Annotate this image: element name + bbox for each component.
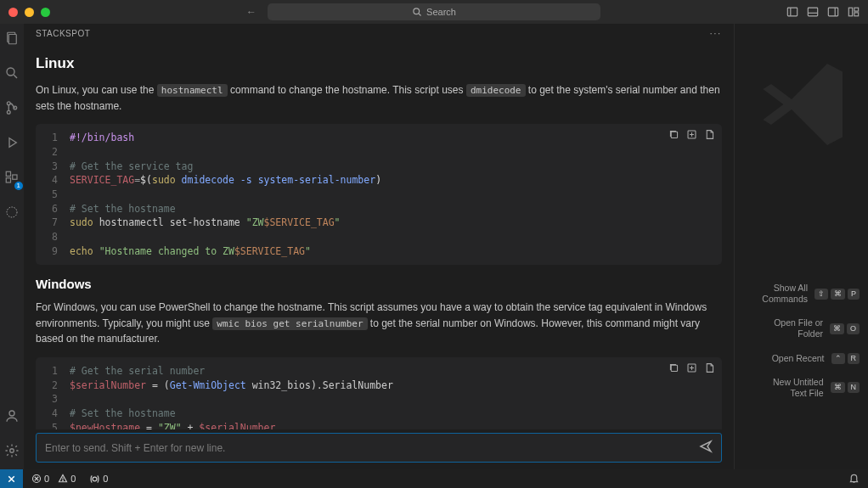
problems-warnings[interactable]: 0 (58, 474, 76, 484)
code-line: 1# Get the serial number (36, 364, 722, 379)
minimize-window-button[interactable] (25, 8, 34, 17)
svg-marker-18 (9, 138, 16, 148)
keycap: N (848, 382, 860, 393)
code-line: 7sudo hostnamectl set-hostname "ZW$SERVI… (36, 216, 722, 230)
code-line: 4# Set the hostname (36, 407, 722, 421)
code-line: 2 (36, 145, 722, 160)
svg-point-37 (63, 480, 64, 481)
extensions-badge: 1 (14, 182, 23, 190)
accounts-tab[interactable] (4, 408, 20, 426)
svg-point-23 (9, 411, 14, 416)
code-line: 2$serialNumber = (Get-WmiObject win32_bi… (36, 379, 722, 393)
svg-point-15 (7, 102, 10, 105)
nav-back-icon[interactable]: ← (246, 6, 256, 18)
svg-line-14 (14, 75, 17, 78)
status-bar: 0 0 0 (0, 469, 868, 488)
keycap: ⇧ (814, 289, 828, 300)
source-control-tab[interactable] (4, 100, 20, 118)
close-window-button[interactable] (8, 8, 18, 17)
svg-rect-21 (13, 175, 17, 179)
command-center-search[interactable]: Search (268, 3, 600, 20)
code-line: 5 (36, 188, 722, 202)
paragraph-linux: On Linux, you can use the hostnamectl co… (36, 82, 722, 114)
shortcut-label: Open File or Folder (755, 317, 823, 339)
explorer-tab[interactable] (4, 31, 20, 48)
vscode-watermark-icon (751, 53, 853, 177)
layout-sidebar-right-icon[interactable] (827, 6, 839, 18)
copy-code-icon[interactable] (668, 129, 679, 140)
shortcut-row[interactable]: Show All Commands⇧⌘P (740, 283, 860, 305)
heading-linux: Linux (36, 55, 722, 72)
svg-line-1 (419, 14, 420, 15)
svg-rect-8 (848, 8, 852, 16)
chat-input-row (36, 433, 722, 463)
new-file-code-icon[interactable] (704, 362, 715, 373)
code-line: 6# Set the hostname (36, 202, 722, 216)
maximize-window-button[interactable] (41, 8, 50, 17)
svg-point-13 (7, 68, 14, 76)
keycap: ⌘ (830, 323, 844, 334)
settings-tab[interactable] (4, 443, 20, 461)
shortcut-row[interactable]: Open Recent⌃R (740, 353, 860, 364)
editor-area: Show All Commands⇧⌘POpen File or Folder⌘… (734, 24, 868, 469)
welcome-shortcuts: Show All Commands⇧⌘POpen File or Folder⌘… (740, 283, 860, 399)
svg-rect-9 (854, 8, 859, 11)
layout-panel-icon[interactable] (807, 6, 819, 18)
svg-rect-29 (671, 365, 677, 371)
copy-code-icon[interactable] (668, 362, 679, 373)
extensions-tab[interactable]: 1 (4, 170, 20, 188)
window-controls (8, 8, 50, 17)
panel-more-icon[interactable]: ··· (710, 29, 722, 38)
search-tab[interactable] (4, 65, 20, 83)
keycap: O (847, 323, 860, 334)
code-lines-powershell: 1# Get the serial number2$serialNumber =… (36, 364, 722, 429)
activity-bar: 1 (0, 24, 24, 469)
titlebar: ← → Search (0, 0, 868, 24)
svg-point-24 (10, 449, 14, 453)
ports-indicator[interactable]: 0 (89, 474, 108, 485)
code-line: 3 (36, 392, 722, 407)
run-debug-tab[interactable] (4, 135, 20, 153)
search-placeholder: Search (426, 7, 456, 17)
shortcut-label: Show All Commands (740, 283, 808, 305)
code-block-bash: 1#!/bin/bash23# Get the service tag4SERV… (36, 124, 722, 265)
customize-layout-icon[interactable] (848, 6, 860, 18)
shortcut-row[interactable]: Open File or Folder⌘O (740, 317, 860, 339)
svg-rect-6 (828, 8, 837, 16)
stackspot-tab[interactable] (4, 205, 20, 222)
insert-code-icon[interactable] (686, 129, 697, 140)
svg-point-0 (414, 8, 420, 14)
code-line: 4SERVICE_TAG=$(sudo dmidecode -s system-… (36, 173, 722, 188)
layout-sidebar-left-icon[interactable] (786, 6, 798, 18)
sidebar-panel: STACKSPOT ··· Linux On Linux, you can us… (24, 24, 734, 469)
new-file-code-icon[interactable] (704, 129, 715, 140)
keycap: R (848, 353, 860, 364)
svg-point-38 (93, 477, 97, 481)
chat-input[interactable] (45, 442, 699, 454)
svg-rect-25 (671, 132, 677, 137)
paragraph-windows: For Windows, you can use PowerShell to c… (36, 300, 722, 347)
svg-rect-4 (808, 8, 817, 16)
shortcut-label: Open Recent (772, 353, 825, 364)
problems-errors[interactable]: 0 (31, 474, 49, 484)
remote-indicator[interactable] (0, 469, 23, 488)
code-line: 5$newHostname = "ZW" + $serialNumber (36, 421, 722, 429)
code-block-powershell: 1# Get the serial number2$serialNumber =… (36, 357, 722, 429)
insert-code-icon[interactable] (686, 362, 697, 373)
shortcut-row[interactable]: New Untitled Text File⌘N (740, 377, 860, 399)
svg-rect-20 (6, 178, 10, 182)
svg-rect-10 (854, 13, 859, 16)
code-line: 9echo "Hostname changed to ZW$SERVICE_TA… (36, 244, 722, 259)
send-icon[interactable] (699, 440, 713, 456)
code-line: 8 (36, 230, 722, 244)
svg-rect-19 (6, 171, 10, 176)
keycap: ⌘ (831, 382, 845, 393)
heading-windows: Windows (36, 277, 722, 291)
svg-rect-2 (787, 8, 797, 16)
search-icon (412, 7, 422, 17)
code-line: 1#!/bin/bash (36, 131, 722, 145)
code-lines-bash: 1#!/bin/bash23# Get the service tag4SERV… (36, 131, 722, 258)
svg-point-22 (7, 207, 17, 217)
notifications-icon[interactable] (848, 475, 860, 485)
panel-title: STACKSPOT (36, 29, 90, 38)
